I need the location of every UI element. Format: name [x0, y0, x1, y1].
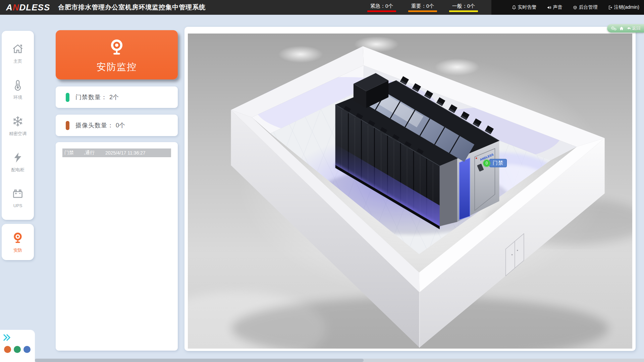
scrollbar-thumb[interactable] [35, 359, 364, 362]
marker-count-badge: 0 [483, 160, 490, 167]
security-module-header: 安防监控 [56, 30, 178, 79]
log-type: 门禁 [64, 150, 84, 156]
theme-dots [4, 346, 31, 353]
lightning-icon [11, 151, 24, 165]
dot-blue[interactable] [23, 346, 31, 353]
back-arrow-icon[interactable]: 返回 [627, 25, 641, 32]
log-status: ,通行 [84, 150, 105, 156]
thermometer-icon [11, 79, 24, 93]
stat-camera-count: 摄像头数量： 0个 [56, 115, 178, 136]
3d-scene[interactable]: ANDLESS [188, 34, 632, 349]
module-title: 安防监控 [97, 61, 137, 73]
dot-orange[interactable] [4, 346, 11, 353]
bell-icon [512, 5, 517, 10]
sidebar-item-home[interactable]: 主页 [11, 43, 24, 64]
home-icon [11, 43, 24, 57]
alarm-important-underline [408, 10, 437, 12]
menu-sound[interactable]: 声音 [547, 4, 562, 10]
battery-icon [11, 187, 24, 201]
sidebar-active-card: 安防 [2, 224, 34, 260]
alarm-critical-underline [367, 10, 396, 12]
marker-label: 门禁 [489, 159, 507, 167]
stat-value: 2个 [109, 93, 119, 101]
horizontal-scrollbar[interactable] [35, 359, 644, 362]
sidebar-item-ups[interactable]: UPS [11, 187, 24, 208]
header-menu: 实时告警 声音 后台管理 注销(admin) [512, 0, 639, 15]
double-chevron-right-icon[interactable] [2, 333, 12, 343]
stat-accent-bar [66, 121, 69, 130]
sidebar-item-security[interactable]: 安防 [11, 231, 24, 253]
log-row[interactable]: 门禁 ,通行 2025/4/17 11:36:27 [62, 148, 171, 157]
app-logo: ANDLESS [6, 2, 50, 13]
webcam-large-icon [106, 37, 127, 59]
stat-door-count: 门禁数量： 2个 [56, 86, 178, 108]
settings-gears-icon[interactable] [611, 26, 616, 31]
sidebar-nav: 主页 环境 精密空调 配电柜 UPS [2, 31, 34, 220]
gear-icon [573, 5, 578, 10]
dot-green[interactable] [14, 346, 21, 353]
home-view-icon[interactable] [619, 26, 624, 31]
scene-toolbar: 返回 [607, 24, 644, 33]
page-title: 合肥市排水管理办公室机房环境监控集中管理系统 [58, 3, 206, 12]
door-access-marker[interactable]: 0 门禁 [483, 159, 507, 167]
viewport-panel: ANDLESS [184, 27, 636, 351]
alarm-general[interactable]: 一般：0个 [449, 3, 478, 12]
log-time: 2025/4/17 11:36:27 [105, 150, 171, 156]
menu-admin[interactable]: 后台管理 [573, 4, 598, 10]
sidebar-item-power-cabinet[interactable]: 配电柜 [11, 151, 24, 173]
alarm-counters: 紧急：0个 重要：0个 一般：0个 [367, 0, 478, 15]
alarm-critical[interactable]: 紧急：0个 [367, 3, 396, 12]
stat-label: 门禁数量： [75, 93, 107, 101]
logout-icon [608, 5, 613, 10]
snowflake-icon [11, 115, 24, 129]
sidebar-item-precision-ac[interactable]: 精密空调 [9, 115, 26, 137]
stat-accent-bar [66, 93, 69, 102]
speaker-icon [547, 5, 552, 10]
stat-value: 0个 [116, 121, 125, 129]
back-label: 返回 [632, 25, 641, 32]
stat-label: 摄像头数量： [75, 121, 114, 129]
access-log-panel: 门禁 ,通行 2025/4/17 11:36:27 [56, 142, 178, 351]
alarm-general-underline [449, 10, 478, 12]
menu-logout[interactable]: 注销(admin) [608, 4, 639, 10]
menu-realtime-alerts[interactable]: 实时告警 [512, 4, 537, 10]
sidebar-footer [0, 330, 35, 362]
alarm-important[interactable]: 重要：0个 [408, 3, 437, 12]
sidebar-item-environment[interactable]: 环境 [11, 79, 24, 101]
webcam-icon [11, 231, 24, 246]
header-bar: ANDLESS 合肥市排水管理办公室机房环境监控集中管理系统 紧急：0个 重要：… [0, 0, 644, 15]
